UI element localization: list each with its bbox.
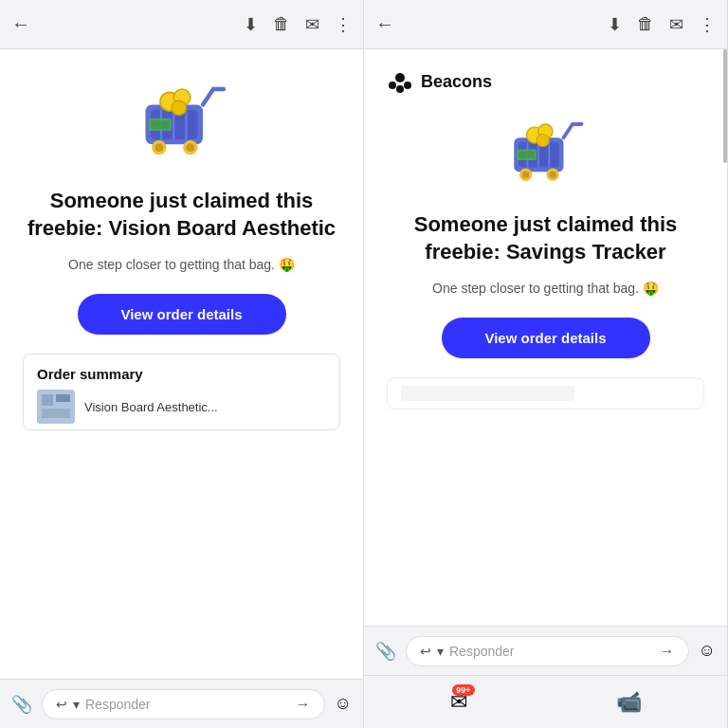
right-headline: Someone just claimed this freebie: Savin… — [387, 211, 704, 265]
cart-image — [130, 68, 234, 173]
left-reply-placeholder: Responder — [85, 697, 290, 712]
left-order-item-thumb — [37, 390, 75, 424]
svg-point-20 — [396, 85, 404, 93]
right-reply-input[interactable]: ↩ ▾ Responder → — [406, 636, 689, 666]
left-view-order-button[interactable]: View order details — [78, 294, 286, 335]
right-cart-image — [500, 106, 591, 196]
mail-nav-icon[interactable]: ✉ 99+ — [450, 690, 467, 715]
svg-point-8 — [186, 143, 194, 152]
right-panel: ← ⬇ 🗑 ✉ ⋮ Beacons — [364, 0, 728, 728]
left-order-item-row: Vision Board Aesthetic... — [37, 390, 326, 424]
left-email-body: Someone just claimed this freebie: Visio… — [0, 49, 363, 679]
left-emoji-icon[interactable]: ☺ — [335, 694, 352, 714]
svg-point-19 — [389, 82, 396, 89]
svg-point-28 — [522, 171, 530, 178]
svg-point-21 — [404, 82, 411, 89]
svg-point-11 — [172, 100, 186, 115]
right-mail-icon[interactable]: ✉ — [669, 14, 683, 35]
right-bottom-nav: ✉ 99+ 📹 — [364, 675, 727, 728]
right-reply-arrow-icon: ↩ — [420, 644, 431, 659]
svg-rect-13 — [151, 120, 170, 129]
download-icon[interactable]: ⬇ — [244, 14, 258, 35]
more-icon[interactable]: ⋮ — [335, 14, 352, 35]
right-reply-placeholder: Responder — [449, 644, 654, 659]
svg-point-30 — [549, 171, 556, 178]
delete-icon[interactable]: 🗑 — [273, 14, 290, 34]
left-reply-send-icon[interactable]: → — [296, 696, 311, 713]
right-subtext: One step closer to getting that bag. 🤑 — [432, 279, 659, 299]
left-subtext: One step closer to getting that bag. 🤑 — [68, 255, 295, 275]
left-headline: Someone just claimed this freebie: Visio… — [23, 188, 340, 242]
right-delete-icon[interactable]: 🗑 — [637, 14, 654, 34]
camera-nav-icon[interactable]: 📹 — [616, 690, 642, 715]
right-reply-send-icon[interactable]: → — [660, 643, 675, 660]
svg-rect-16 — [56, 394, 70, 402]
svg-rect-15 — [42, 394, 53, 406]
left-toolbar: ← ⬇ 🗑 ✉ ⋮ — [0, 0, 363, 49]
right-emoji-icon[interactable]: ☺ — [699, 641, 716, 661]
left-reply-dropdown-icon[interactable]: ▾ — [73, 697, 80, 712]
beacons-logo-icon — [387, 68, 413, 95]
mail-badge: 99+ — [452, 684, 474, 696]
right-order-card-partial — [387, 377, 704, 410]
toolbar-icons: ⬇ 🗑 ✉ ⋮ — [244, 14, 352, 35]
mail-icon[interactable]: ✉ — [305, 14, 319, 35]
left-reply-arrow-icon: ↩ — [56, 697, 67, 712]
right-view-order-button[interactable]: View order details — [442, 318, 650, 358]
right-reply-dropdown-icon[interactable]: ▾ — [437, 644, 444, 659]
right-back-button[interactable]: ← — [375, 13, 394, 35]
right-more-icon[interactable]: ⋮ — [699, 14, 716, 35]
beacons-name: Beacons — [421, 72, 492, 92]
back-button[interactable]: ← — [11, 13, 30, 35]
right-reply-bar: 📎 ↩ ▾ Responder → ☺ — [364, 626, 727, 675]
svg-point-18 — [395, 73, 405, 82]
left-attachment-icon[interactable]: 📎 — [11, 694, 32, 715]
left-reply-bar: 📎 ↩ ▾ Responder → ☺ — [0, 679, 363, 728]
left-reply-input[interactable]: ↩ ▾ Responder → — [42, 689, 325, 719]
left-panel: ← ⬇ 🗑 ✉ ⋮ — [0, 0, 364, 728]
right-download-icon[interactable]: ⬇ — [608, 14, 622, 35]
svg-point-33 — [537, 134, 549, 146]
svg-rect-17 — [42, 409, 70, 418]
right-toolbar: ← ⬇ 🗑 ✉ ⋮ — [364, 0, 727, 49]
left-order-summary-title: Order summary — [37, 366, 326, 382]
left-order-item-label: Vision Board Aesthetic... — [84, 400, 218, 414]
svg-rect-35 — [519, 152, 535, 159]
svg-point-6 — [155, 143, 163, 152]
right-email-body: Beacons Someone just — [364, 49, 727, 626]
right-attachment-icon[interactable]: 📎 — [375, 641, 396, 662]
right-toolbar-icons: ⬇ 🗑 ✉ ⋮ — [608, 14, 716, 35]
left-order-summary: Order summary Vision Board Aesthetic... — [23, 354, 340, 430]
beacons-header: Beacons — [387, 68, 492, 95]
